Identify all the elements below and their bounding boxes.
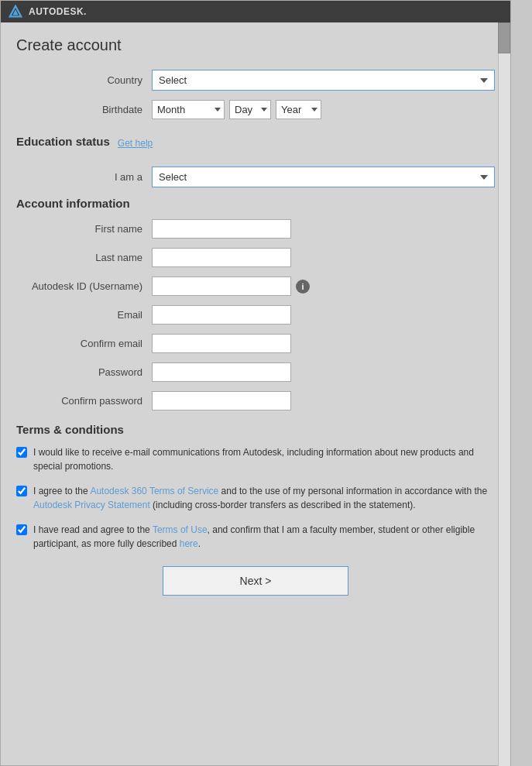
here-link[interactable]: here bbox=[180, 538, 198, 549]
window: AUTODESK. Create account Country Select … bbox=[0, 0, 511, 766]
first-name-row: First name bbox=[16, 219, 495, 239]
main-content: Create account Country Select United Sta… bbox=[1, 22, 510, 766]
month-select[interactable]: Month January February March April May J… bbox=[152, 100, 225, 119]
birthdate-row: Birthdate Month January February March A… bbox=[16, 100, 495, 119]
checkbox3[interactable] bbox=[16, 524, 27, 535]
checkbox1-text: I would like to receive e-mail communica… bbox=[33, 445, 495, 473]
year-select[interactable]: Year 2000199919981997 1996199519901985 1… bbox=[276, 100, 321, 119]
checkbox1[interactable] bbox=[16, 447, 27, 458]
scrollbar-thumb[interactable] bbox=[498, 22, 510, 53]
confirm-password-control bbox=[152, 391, 495, 410]
info-icon[interactable]: i bbox=[296, 280, 310, 294]
iam-a-control: Select Student Faculty Member Other bbox=[152, 167, 495, 187]
first-name-input[interactable] bbox=[152, 219, 291, 239]
country-control: Select United States Canada United Kingd… bbox=[152, 70, 495, 91]
password-input[interactable] bbox=[152, 362, 291, 382]
email-row: Email bbox=[16, 305, 495, 325]
confirm-password-input[interactable] bbox=[152, 391, 291, 410]
confirm-email-control bbox=[152, 334, 495, 353]
country-label: Country bbox=[16, 74, 152, 86]
username-control: i bbox=[152, 277, 495, 296]
terms-of-use-link[interactable]: Terms of Use bbox=[153, 524, 208, 535]
confirm-email-label: Confirm email bbox=[16, 338, 152, 349]
confirm-email-input[interactable] bbox=[152, 334, 291, 353]
birthdate-control: Month January February March April May J… bbox=[152, 100, 495, 119]
education-heading-row: Education status Get help bbox=[16, 129, 495, 157]
day-select[interactable]: Day 12345 678910 1112131415 1617181920 2… bbox=[229, 100, 271, 119]
app-name: AUTODESK. bbox=[29, 6, 87, 17]
iam-a-row: I am a Select Student Faculty Member Oth… bbox=[16, 167, 495, 187]
autodesk-logo-icon bbox=[9, 5, 22, 19]
username-label: Autodesk ID (Username) bbox=[16, 280, 152, 292]
country-row: Country Select United States Canada Unit… bbox=[16, 70, 495, 91]
page-title: Create account bbox=[16, 36, 495, 54]
checkbox3-row: I have read and agree to the Terms of Us… bbox=[16, 523, 495, 551]
account-heading: Account information bbox=[16, 197, 495, 210]
confirm-password-label: Confirm password bbox=[16, 395, 152, 407]
email-control bbox=[152, 305, 495, 325]
confirm-password-row: Confirm password bbox=[16, 391, 495, 410]
password-row: Password bbox=[16, 362, 495, 382]
iam-a-select[interactable]: Select Student Faculty Member Other bbox=[152, 167, 495, 187]
checkbox2[interactable] bbox=[16, 486, 27, 496]
first-name-control bbox=[152, 219, 495, 239]
last-name-input[interactable] bbox=[152, 248, 291, 267]
checkbox1-row: I would like to receive e-mail communica… bbox=[16, 445, 495, 473]
password-control bbox=[152, 362, 495, 382]
confirm-email-row: Confirm email bbox=[16, 334, 495, 353]
username-input[interactable] bbox=[152, 277, 291, 296]
privacy-statement-link[interactable]: Autodesk Privacy Statement bbox=[33, 500, 150, 510]
birthdate-label: Birthdate bbox=[16, 104, 152, 115]
last-name-row: Last name bbox=[16, 248, 495, 267]
terms-section: Terms & conditions I would like to recei… bbox=[16, 423, 495, 551]
checkbox3-text: I have read and agree to the Terms of Us… bbox=[33, 523, 495, 551]
scrollbar-track[interactable] bbox=[498, 22, 510, 766]
education-heading: Education status bbox=[16, 135, 110, 148]
email-input[interactable] bbox=[152, 305, 291, 325]
terms-of-service-link[interactable]: Autodesk 360 Terms of Service bbox=[90, 486, 218, 496]
country-select[interactable]: Select United States Canada United Kingd… bbox=[152, 70, 495, 91]
titlebar: AUTODESK. bbox=[1, 1, 510, 22]
next-button[interactable]: Next > bbox=[163, 566, 348, 596]
terms-heading: Terms & conditions bbox=[16, 423, 495, 436]
iam-a-label: I am a bbox=[16, 171, 152, 183]
checkbox2-text: I agree to the Autodesk 360 Terms of Ser… bbox=[33, 484, 495, 512]
checkbox2-row: I agree to the Autodesk 360 Terms of Ser… bbox=[16, 484, 495, 512]
last-name-label: Last name bbox=[16, 252, 152, 263]
email-label: Email bbox=[16, 309, 152, 321]
username-row: Autodesk ID (Username) i bbox=[16, 277, 495, 296]
get-help-link[interactable]: Get help bbox=[118, 138, 153, 149]
last-name-control bbox=[152, 248, 495, 267]
first-name-label: First name bbox=[16, 223, 152, 235]
password-label: Password bbox=[16, 366, 152, 378]
